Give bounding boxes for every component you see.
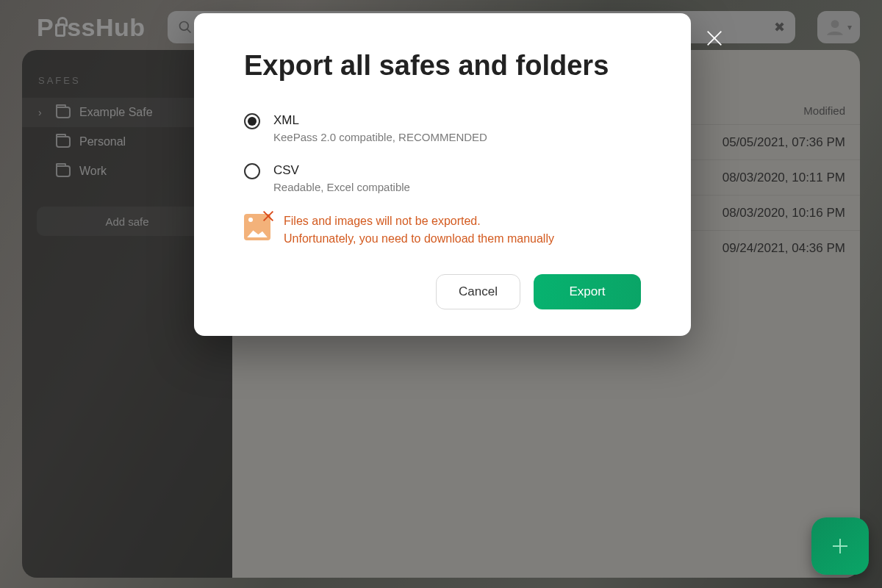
option-sublabel: Readable, Excel compatible — [273, 181, 410, 193]
close-modal-button[interactable] — [704, 28, 725, 51]
modal-actions: Cancel Export — [244, 274, 641, 309]
export-option-xml[interactable]: XML KeePass 2.0 compatible, RECOMMENDED — [244, 112, 641, 143]
option-sublabel: KeePass 2.0 compatible, RECOMMENDED — [273, 131, 487, 143]
modal-title: Export all safes and folders — [244, 50, 641, 82]
no-image-export-icon — [244, 214, 270, 240]
close-icon — [704, 28, 725, 49]
add-fab[interactable] — [811, 517, 869, 575]
option-label: XML — [273, 112, 487, 129]
export-warning: Files and images will not be exported. U… — [244, 212, 641, 248]
export-option-csv[interactable]: CSV Readable, Excel compatible — [244, 162, 641, 193]
export-modal: Export all safes and folders XML KeePass… — [194, 13, 691, 336]
plus-icon — [829, 535, 851, 557]
export-label: Export — [569, 284, 605, 299]
warning-line-1: Files and images will not be exported. — [284, 212, 554, 230]
radio-selected-icon — [244, 113, 260, 129]
warning-line-2: Unfortunately, you need to download them… — [284, 230, 554, 248]
radio-unselected-icon — [244, 163, 260, 179]
cancel-button[interactable]: Cancel — [436, 274, 520, 309]
option-label: CSV — [273, 162, 410, 179]
cancel-label: Cancel — [459, 284, 498, 299]
export-button[interactable]: Export — [534, 274, 641, 309]
